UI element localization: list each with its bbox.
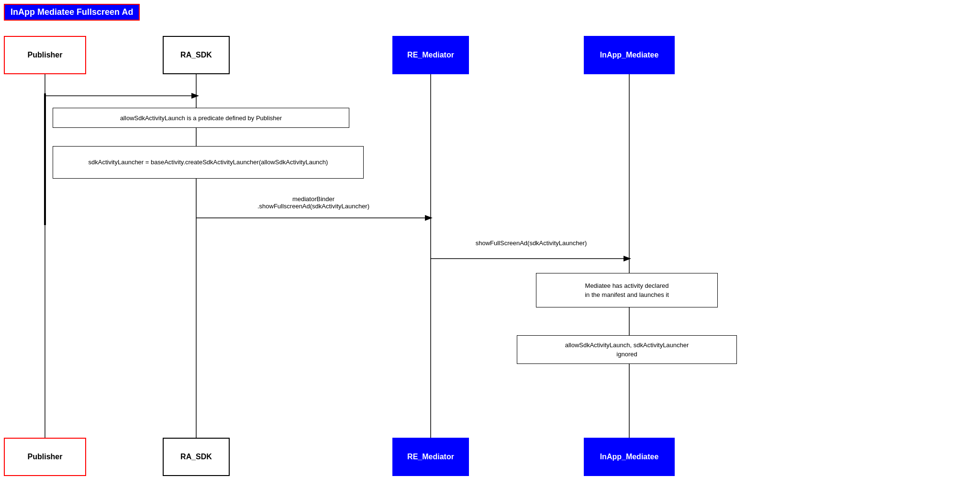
svg-marker-7 bbox=[425, 215, 433, 221]
note-ignored: allowSdkActivityLaunch, sdkActivityLaunc… bbox=[517, 335, 737, 364]
diagram-title: InApp Mediatee Fullscreen Ad bbox=[4, 4, 140, 21]
actor-inapp-top: InApp_Mediatee bbox=[584, 36, 675, 74]
actor-publisher-bot: Publisher bbox=[4, 438, 86, 476]
sequence-diagram: InApp Mediatee Fullscreen Ad Publisher R… bbox=[0, 0, 980, 488]
note-mediatee-activity: Mediatee has activity declared in the ma… bbox=[536, 273, 718, 307]
actor-rasdk-top: RA_SDK bbox=[163, 36, 230, 74]
svg-marker-5 bbox=[191, 93, 199, 99]
note-allow-predicate: allowSdkActivityLaunch is a predicate de… bbox=[53, 108, 349, 128]
actor-inapp-bot: InApp_Mediatee bbox=[584, 438, 675, 476]
actor-re-mediator-bot: RE_Mediator bbox=[392, 438, 469, 476]
svg-marker-9 bbox=[624, 256, 631, 261]
label-mediator-binder: mediatorBinder .showFullscreenAd(sdkActi… bbox=[201, 195, 426, 210]
actor-re-mediator-top: RE_Mediator bbox=[392, 36, 469, 74]
note-sdk-launcher: sdkActivityLauncher = baseActivity.creat… bbox=[53, 146, 364, 179]
actor-publisher-top: Publisher bbox=[4, 36, 86, 74]
label-show-fullscreen: showFullScreenAd(sdkActivityLauncher) bbox=[435, 239, 627, 247]
actor-rasdk-bot: RA_SDK bbox=[163, 438, 230, 476]
